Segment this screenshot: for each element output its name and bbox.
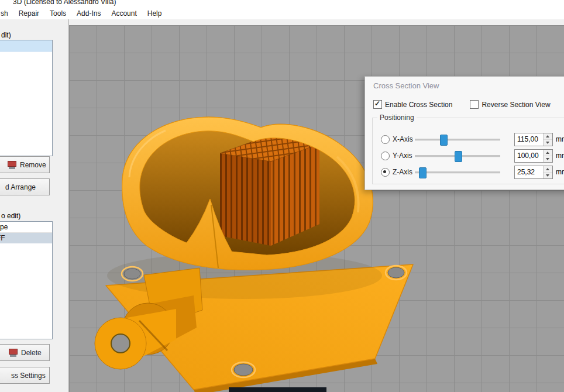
spin-down-button[interactable] bbox=[544, 140, 552, 146]
mounting-hole-top-right bbox=[386, 266, 407, 280]
delete-process-icon bbox=[9, 349, 18, 357]
menu-item-mesh[interactable]: sh bbox=[0, 8, 13, 19]
z-axis-slider-handle[interactable] bbox=[419, 167, 427, 178]
x-axis-slider-handle[interactable] bbox=[440, 135, 448, 146]
z-axis-spinbox[interactable]: 25,32 bbox=[514, 166, 553, 179]
cross-section-infill bbox=[220, 136, 319, 246]
spin-up-button[interactable] bbox=[544, 150, 552, 156]
process-list-item[interactable]: FF bbox=[0, 233, 52, 243]
spin-up-icon bbox=[546, 152, 549, 154]
spinner-buttons bbox=[543, 133, 552, 146]
slider-track bbox=[415, 171, 500, 174]
y-axis-slider[interactable] bbox=[414, 150, 501, 162]
x-axis-row: X-Axis 115,00 m bbox=[373, 131, 564, 147]
mounting-hole-bottom bbox=[232, 362, 255, 377]
y-axis-value[interactable]: 100,00 bbox=[515, 150, 543, 162]
content-area: dit) Remove d Arrange o edit) ype FF bbox=[0, 19, 564, 392]
z-axis-value[interactable]: 25,32 bbox=[515, 166, 543, 178]
y-axis-slider-handle[interactable] bbox=[455, 151, 462, 162]
positioning-group: Positioning X-Axis 115,00 bbox=[372, 118, 564, 184]
positioning-group-label: Positioning bbox=[377, 114, 417, 122]
spin-up-button[interactable] bbox=[544, 133, 552, 140]
infill-front-face bbox=[220, 153, 271, 246]
checkbox-label: Reverse Section View bbox=[482, 101, 550, 109]
spinner-buttons bbox=[543, 166, 552, 178]
x-axis-radio[interactable]: X-Axis bbox=[381, 135, 414, 144]
process-list-header[interactable]: ype bbox=[0, 222, 52, 233]
enable-cross-section-checkbox[interactable]: Enable Cross Section bbox=[373, 100, 452, 109]
x-axis-unit: mm bbox=[556, 135, 564, 143]
models-list[interactable] bbox=[0, 40, 53, 156]
menu-item-help[interactable]: Help bbox=[142, 8, 167, 19]
reverse-section-view-checkbox[interactable]: Reverse Section View bbox=[470, 100, 550, 109]
z-axis-unit: mm bbox=[556, 168, 564, 176]
slider-track bbox=[415, 139, 500, 141]
x-axis-label: X-Axis bbox=[393, 135, 413, 143]
model-list-item[interactable] bbox=[0, 40, 52, 51]
arrange-button[interactable]: d Arrange bbox=[0, 178, 50, 195]
delete-button[interactable]: Delete bbox=[0, 344, 50, 361]
remove-button[interactable]: Remove bbox=[0, 156, 50, 173]
y-axis-radio[interactable]: Y-Axis bbox=[381, 152, 414, 160]
window-title-text: 3D (Licensed to Alessandro Villa) bbox=[13, 0, 116, 6]
y-axis-label: Y-Axis bbox=[393, 152, 412, 160]
checkbox-box bbox=[470, 100, 479, 109]
models-section-label: dit) bbox=[1, 31, 11, 39]
dialog-checkbox-row: Enable Cross Section Reverse Section Vie… bbox=[373, 100, 564, 109]
spin-down-icon bbox=[546, 142, 549, 144]
axis-rows: X-Axis 115,00 m bbox=[373, 131, 564, 180]
remove-model-icon bbox=[8, 161, 16, 169]
process-list[interactable]: ype FF bbox=[0, 221, 53, 339]
dialog-title[interactable]: Cross Section View bbox=[373, 81, 439, 90]
mounting-hole-top-left bbox=[122, 267, 143, 281]
cross-section-dialog: Cross Section View Enable Cross Section … bbox=[364, 76, 564, 190]
process-settings-label: ss Settings bbox=[11, 372, 46, 380]
application-window: 3D (Licensed to Alessandro Villa) sh Rep… bbox=[0, 0, 564, 392]
checkbox-label: Enable Cross Section bbox=[385, 101, 452, 109]
y-axis-row: Y-Axis 100,00 m bbox=[373, 147, 564, 164]
spin-down-icon bbox=[546, 158, 549, 160]
spin-down-button[interactable] bbox=[544, 156, 552, 162]
x-axis-spinbox[interactable]: 115,00 bbox=[514, 133, 553, 146]
checkbox-box bbox=[373, 100, 382, 109]
menu-item-repair[interactable]: Repair bbox=[13, 8, 44, 19]
processes-section-label: o edit) bbox=[1, 212, 20, 220]
radio-circle bbox=[381, 152, 390, 160]
spin-up-icon bbox=[546, 135, 549, 137]
menu-item-addins[interactable]: Add-Ins bbox=[71, 8, 106, 19]
process-settings-button[interactable]: ss Settings bbox=[0, 367, 50, 384]
z-axis-label: Z-Axis bbox=[393, 168, 412, 176]
radio-circle bbox=[381, 168, 390, 177]
y-axis-spinbox[interactable]: 100,00 bbox=[514, 149, 553, 163]
spinner-buttons bbox=[543, 150, 552, 162]
arrange-button-label: d Arrange bbox=[5, 183, 36, 191]
menu-bar: sh Repair Tools Add-Ins Account Help bbox=[0, 7, 564, 20]
spin-up-button[interactable] bbox=[544, 166, 552, 173]
model-body[interactable] bbox=[122, 117, 373, 270]
delete-button-label: Delete bbox=[21, 349, 42, 357]
bracket-hole-front bbox=[111, 334, 130, 353]
y-axis-unit: mm bbox=[556, 152, 564, 160]
spin-down-icon bbox=[546, 174, 549, 177]
window-title: 3D (Licensed to Alessandro Villa) bbox=[0, 0, 564, 7]
z-axis-row: Z-Axis 25,32 mm bbox=[373, 164, 564, 180]
remove-button-label: Remove bbox=[20, 161, 46, 169]
z-axis-slider[interactable] bbox=[414, 166, 501, 178]
bed-edge bbox=[229, 387, 326, 392]
radio-circle bbox=[381, 135, 390, 144]
menu-item-account[interactable]: Account bbox=[106, 8, 142, 19]
spin-up-icon bbox=[546, 168, 549, 170]
left-panel: dit) Remove d Arrange o edit) ype FF bbox=[0, 19, 69, 392]
x-axis-value[interactable]: 115,00 bbox=[515, 133, 543, 146]
z-axis-radio[interactable]: Z-Axis bbox=[381, 168, 414, 177]
menu-item-tools[interactable]: Tools bbox=[44, 8, 71, 19]
spin-down-button[interactable] bbox=[544, 173, 552, 178]
x-axis-slider[interactable] bbox=[414, 133, 501, 146]
